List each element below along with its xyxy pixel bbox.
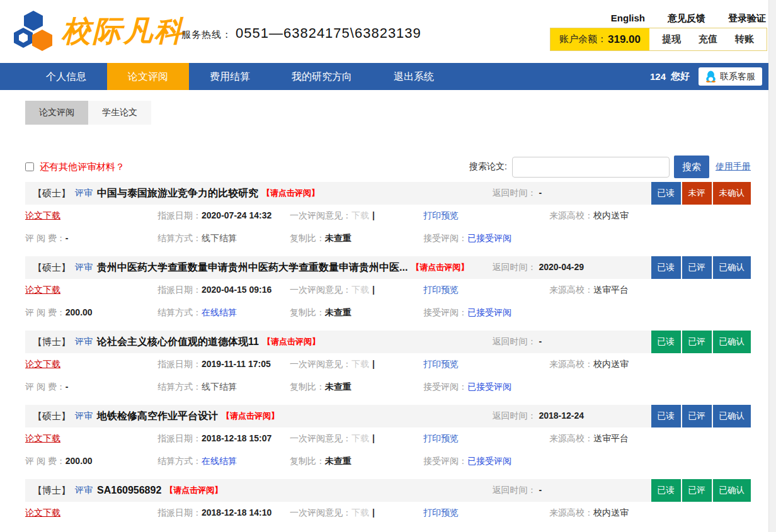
accept-review-label: 接受评阅： (423, 307, 467, 317)
print-preview-link[interactable]: 打印预览 (423, 507, 459, 518)
review-link[interactable]: 评审 (75, 410, 93, 422)
paper-download-link[interactable]: 论文下载 (25, 507, 60, 518)
tab-2[interactable]: 学生论文 (88, 101, 151, 125)
logo: 校际凡科 (14, 11, 185, 52)
accept-review-link[interactable]: 已接受评阅 (467, 233, 511, 243)
tab-1[interactable]: 论文评阅 (25, 101, 88, 125)
return-time: 返回时间： 2018-12-24 (493, 410, 651, 422)
detail-line-2: 评 阅 费：- 结算方式：线下结算 复制比：未查重 接受评阅：已接受评阅 (25, 376, 751, 399)
nav-right: 124 您好 联系客服 (650, 63, 762, 90)
assign-date-label: 指派日期： (157, 359, 202, 369)
status-badge: 已读 (651, 331, 681, 353)
paper-download-link[interactable]: 论文下载 (25, 285, 60, 295)
print-preview-link[interactable]: 打印预览 (423, 285, 459, 295)
return-time: 返回时间： - (493, 188, 651, 199)
accept-review-label: 接受评阅： (423, 382, 467, 392)
accept-review-link[interactable]: 已接受评阅 (467, 456, 511, 466)
paper-title: 贵州中医药大学查重数量申请贵州中医药大学查重数量申请贵州中医... (97, 261, 408, 274)
return-time-value: - (539, 485, 542, 495)
feedback-link[interactable]: 意见反馈 (668, 13, 705, 25)
click-to-review-link[interactable]: 【请点击评阅】 (262, 188, 319, 199)
copy-ratio-label: 复制比： (290, 382, 325, 392)
first-opinion-label: 一次评阅意见： (290, 285, 351, 295)
assign-date-value: 2019-11-11 17:05 (202, 359, 271, 369)
nav-item-2[interactable]: 论文评阅 (107, 63, 189, 90)
status-badge: 已读 (651, 256, 681, 279)
paper-download-link[interactable]: 论文下载 (25, 433, 60, 443)
review-link[interactable]: 评审 (75, 485, 93, 496)
accept-review-link[interactable]: 已接受评阅 (467, 382, 511, 392)
review-fee-value: - (66, 382, 69, 392)
copy-ratio-value: 未查重 (325, 307, 351, 317)
filter-search-row: 还有其他评审材料？ 搜索论文: 搜索 使用手册 (25, 156, 751, 178)
user-id: 124 (650, 71, 666, 82)
source-school-value: 校内送审 (593, 507, 629, 518)
click-to-review-link[interactable]: 【请点击评阅】 (222, 410, 279, 422)
review-link[interactable]: 评审 (75, 336, 93, 348)
contact-support-button[interactable]: 联系客服 (699, 67, 762, 86)
paper-list: 【硕士】 评审 中国与泰国旅游业竞争力的比较研究 【请点击评阅】 返回时间： -… (25, 182, 751, 524)
return-time: 返回时间： 2020-04-29 (493, 262, 651, 273)
detail-line-2: 评 阅 费：- 结算方式：线下结算 复制比：未查重 接受评阅：已接受评阅 (25, 227, 751, 250)
first-opinion-label: 一次评阅意见： (290, 210, 351, 220)
user-manual-link[interactable]: 使用手册 (716, 161, 751, 173)
scrollbar[interactable] (768, 0, 776, 532)
search-input[interactable] (512, 157, 670, 178)
status-badges: 已读已评已确认 (651, 479, 751, 502)
print-preview-link[interactable]: 打印预览 (423, 210, 459, 220)
review-fee-label: 评 阅 费： (25, 382, 66, 392)
source-school-label: 来源高校： (549, 210, 593, 220)
return-time-value: 2018-12-24 (539, 410, 584, 421)
degree-tag: 【博士】 (33, 336, 71, 348)
source-school-value: 校内送审 (593, 359, 629, 369)
nav-item-4[interactable]: 我的研究方向 (271, 63, 373, 90)
other-materials-checkbox[interactable] (25, 162, 34, 171)
settle-method-value[interactable]: 在线结算 (202, 307, 237, 317)
recharge-link[interactable]: 充值 (699, 33, 717, 45)
nav-item-1[interactable]: 个人信息 (25, 63, 107, 90)
paper-download-link[interactable]: 论文下载 (25, 210, 60, 220)
detail-line-1: 论文下载 指派日期：2020-04-15 09:16 一次评阅意见：下载| 打印… (25, 279, 751, 302)
source-school-value: 送审平台 (593, 285, 629, 295)
return-time: 返回时间： - (493, 336, 651, 348)
language-link[interactable]: English (611, 13, 645, 25)
print-preview-link[interactable]: 打印预览 (423, 433, 459, 443)
nav-item-3[interactable]: 费用结算 (189, 63, 271, 90)
settle-method-value[interactable]: 在线结算 (202, 456, 237, 466)
review-link[interactable]: 评审 (75, 188, 93, 199)
nav-items: 个人信息论文评阅费用结算我的研究方向退出系统 (25, 63, 455, 90)
status-badge: 已确认 (713, 256, 751, 279)
search-button[interactable]: 搜索 (674, 156, 709, 178)
assign-date-label: 指派日期： (157, 210, 202, 220)
detail-line-2: 评 阅 费：200.00 结算方式：在线结算 复制比：未查重 接受评阅：已接受评… (25, 450, 751, 473)
separator: | (372, 210, 375, 220)
review-link[interactable]: 评审 (75, 262, 93, 273)
status-badge: 已读 (651, 182, 681, 205)
paper-download-link[interactable]: 论文下载 (25, 359, 60, 369)
paper-details: 论文下载 指派日期：2018-12-18 14:10 一次评阅意见：下载| 打印… (25, 502, 751, 524)
first-opinion-label: 一次评阅意见： (290, 507, 351, 518)
status-badge: 未评 (682, 182, 712, 205)
paper-title: 论社会主义核心价值观的道德体现11 (97, 336, 259, 349)
opinion-download-link: 下载 (351, 359, 369, 369)
balance-value: 319.00 (608, 33, 641, 46)
transfer-link[interactable]: 转账 (735, 33, 754, 45)
nav-item-5[interactable]: 退出系统 (373, 63, 455, 90)
click-to-review-link[interactable]: 【请点击评阅】 (411, 262, 469, 273)
accept-review-link[interactable]: 已接受评阅 (467, 307, 511, 317)
return-time-label: 返回时间： (493, 262, 537, 272)
status-badge: 已评 (682, 256, 712, 279)
copy-ratio-value: 未查重 (325, 456, 351, 466)
return-time-label: 返回时间： (493, 485, 537, 495)
click-to-review-link[interactable]: 【请点击评阅】 (263, 336, 320, 348)
top-links: English 意见反馈 登录验证 (611, 13, 766, 25)
separator: | (372, 285, 375, 295)
print-preview-link[interactable]: 打印预览 (423, 359, 459, 369)
withdraw-link[interactable]: 提现 (662, 33, 681, 45)
click-to-review-link[interactable]: 【请点击评阅】 (165, 485, 222, 496)
paper-title-bar: 【硕士】 评审 中国与泰国旅游业竞争力的比较研究 【请点击评阅】 返回时间： -… (25, 182, 751, 205)
login-verify-link[interactable]: 登录验证 (728, 13, 766, 25)
contact-support-label: 联系客服 (720, 71, 755, 82)
source-school-value: 送审平台 (593, 433, 629, 443)
first-opinion-label: 一次评阅意见： (290, 359, 351, 369)
